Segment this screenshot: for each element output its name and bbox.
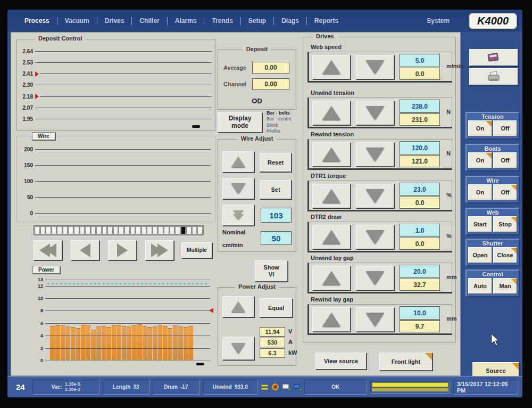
strip-cell[interactable] [197,226,203,234]
strip-cell[interactable] [91,226,96,234]
strip-cell[interactable] [80,226,85,234]
strip-cell[interactable] [119,226,124,234]
wire-set-button[interactable]: Set [260,180,292,199]
rewind-button[interactable] [34,240,62,260]
print-button[interactable] [469,68,518,85]
strip-cell[interactable] [63,226,68,234]
wire-adjust-value-field[interactable]: 103 [261,208,292,223]
strip-cell[interactable] [192,226,197,234]
tab-vacuum[interactable]: Vacuum [61,14,94,28]
boats-on-button[interactable]: On [468,152,492,168]
step-forward-button[interactable] [108,240,137,260]
decrease-button[interactable] [356,101,394,125]
strip-cell[interactable] [130,226,136,234]
tab-diags[interactable]: Diags [277,14,303,28]
toggle-title: Boats [468,145,517,152]
strip-cell[interactable] [107,226,113,234]
strip-cell[interactable] [147,226,152,234]
wire-down-button[interactable] [222,178,254,199]
setpoint-field[interactable]: 20.0 [400,265,440,278]
volts-unit: V [288,328,292,334]
strip-cell[interactable] [164,226,169,234]
setpoint-field[interactable]: 10.0 [400,306,440,320]
front-light-button[interactable]: Front light [379,353,433,371]
shutter-open-button[interactable]: Open [468,247,492,263]
increase-button[interactable] [312,184,351,208]
control-man-button[interactable]: Man [493,278,517,294]
tension-on-button[interactable]: On [468,120,492,136]
increase-button[interactable] [312,101,351,125]
wire-boat-strip[interactable] [34,225,204,235]
nominal-value-field[interactable]: 50 [261,231,292,245]
tab-process[interactable]: Process [20,14,54,28]
wire-reset-button[interactable]: Reset [260,153,292,172]
increase-button[interactable] [312,55,351,79]
setpoint-field[interactable]: 238.0 [400,100,440,113]
tab-system[interactable]: System [422,14,454,28]
decrease-button[interactable] [356,307,394,332]
setpoint-field[interactable]: 120.0 [400,141,440,154]
setpoint-field[interactable]: 23.0 [400,183,440,196]
strip-cell[interactable] [158,226,163,234]
tab-setup[interactable]: Setup [244,14,270,28]
view-source-button[interactable]: View source [315,353,367,370]
logbook-button[interactable] [469,49,518,66]
strip-cell-active[interactable] [181,226,186,234]
wire-off-button[interactable]: Off [493,184,517,200]
strip-cell[interactable] [74,226,79,234]
tab-reports[interactable]: Reports [310,14,343,28]
web-stop-button[interactable]: Stop [493,216,517,232]
strip-cell[interactable] [186,226,192,234]
strip-cell[interactable] [124,226,130,234]
strip-cell[interactable] [85,226,90,234]
power-up-button[interactable] [222,296,254,317]
setpoint-field[interactable]: 1.0 [400,224,440,237]
tension-off-button[interactable]: Off [493,120,517,136]
shutter-close-button[interactable]: Close [493,247,517,263]
show-vi-button[interactable]: Show VI [255,260,288,282]
strip-cell[interactable] [142,226,147,234]
control-auto-button[interactable]: Auto [468,278,492,294]
strip-cell[interactable] [96,226,102,234]
setpoint-field[interactable]: 5.0 [400,54,440,67]
strip-cell[interactable] [175,226,180,234]
wire-fast-down-button[interactable] [222,205,254,226]
decrease-button[interactable] [356,55,394,79]
power-equal-button[interactable]: Equal [260,298,293,317]
decrease-button[interactable] [356,266,394,290]
strip-cell[interactable] [136,226,141,234]
strip-cell[interactable] [40,226,46,234]
tab-chiller[interactable]: Chiller [135,14,163,28]
tab-drives[interactable]: Drives [101,14,129,28]
tab-trends[interactable]: Trends [207,14,237,28]
decrease-button[interactable] [356,184,394,208]
boats-off-button[interactable]: Off [493,152,517,168]
decrease-button[interactable] [356,225,394,249]
display-mode-button[interactable]: Display mode [218,112,262,133]
fast-forward-button[interactable] [145,240,174,260]
strip-cell[interactable] [170,226,175,234]
power-down-button[interactable] [222,337,254,360]
strip-cell[interactable] [113,226,119,234]
step-back-button[interactable] [71,240,99,260]
multiple-button[interactable]: Multiple [181,242,212,258]
strip-cell[interactable] [35,226,40,234]
average-value-field[interactable]: 0.00 [252,62,289,74]
channel-value-field[interactable]: 0.00 [252,78,289,90]
increase-button[interactable] [312,307,351,332]
strip-cell[interactable] [153,226,158,234]
strip-cell[interactable] [46,226,51,234]
strip-cell[interactable] [57,226,62,234]
decrease-button[interactable] [356,142,394,167]
web-start-button[interactable]: Start [468,216,492,232]
increase-button[interactable] [312,225,351,249]
tab-alarms[interactable]: Alarms [171,14,201,28]
strip-cell[interactable] [102,226,107,234]
wire-on-button[interactable]: On [468,184,492,200]
increase-button[interactable] [312,142,351,167]
wire-up-button[interactable] [222,151,254,173]
strip-cell[interactable] [52,226,57,234]
unit-label: % [446,192,452,198]
strip-cell[interactable] [68,226,73,234]
increase-button[interactable] [312,266,351,290]
